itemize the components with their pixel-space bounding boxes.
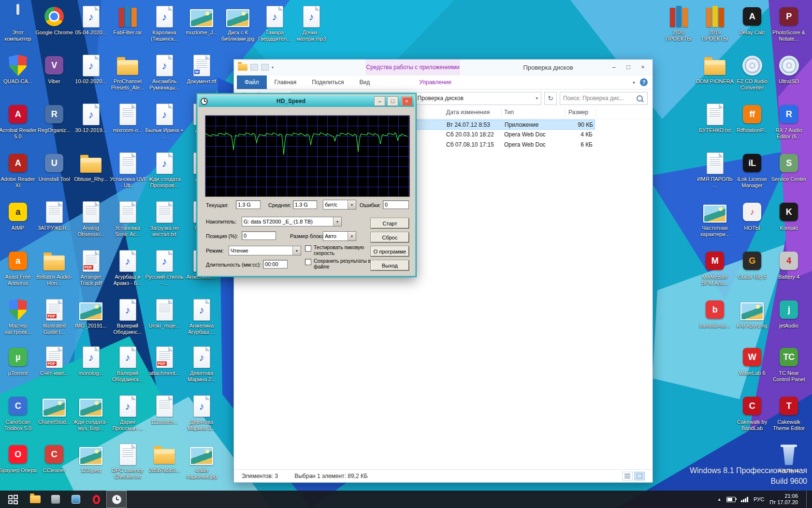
- desktop-icon[interactable]: iLiLok License Manager: [732, 151, 772, 189]
- desktop-icon[interactable]: PDFattachment...: [144, 345, 185, 376]
- desktop-icon[interactable]: ♪10-02-2020...: [71, 53, 111, 85]
- desktop-icon[interactable]: Obtuse_Rhy...: [71, 151, 111, 182]
- desktop-icon[interactable]: Жди солдата - муз. Бор...: [71, 394, 111, 432]
- desktop-icon[interactable]: mixroom-o...: [107, 102, 148, 134]
- desktop-icon[interactable]: TCTC Near Control Panel: [768, 345, 809, 383]
- unit-select[interactable]: бит/с▾: [323, 200, 356, 209]
- desktop-icon[interactable]: AAdobe Reader XI: [0, 151, 38, 189]
- desktop-icon[interactable]: FabFilter.rar: [107, 4, 148, 36]
- desktop-icon[interactable]: ♪Русский стилль - ...: [144, 249, 185, 286]
- desktop-icon[interactable]: DOM PIONERA: [695, 53, 735, 85]
- desktop-icon[interactable]: WWaveLab 6: [732, 345, 772, 376]
- desktop-icon[interactable]: EZ CD Audio Converter: [732, 53, 772, 91]
- desktop-icon[interactable]: ♪30-12-2019...: [71, 102, 111, 134]
- start-button[interactable]: [0, 491, 25, 508]
- desktop-icon[interactable]: GGuitar Rig 5: [732, 249, 772, 280]
- desktop-icon[interactable]: 2019 ПРОЕКТЫ: [695, 4, 735, 42]
- desktop-icon[interactable]: AAcrobat Reader 5.0: [0, 102, 38, 140]
- desktop-icon[interactable]: ♪Валерий Ободзинск...: [107, 345, 148, 383]
- desktop-icon[interactable]: Файл подкачки.jpg: [181, 442, 222, 480]
- save-results-checkbox[interactable]: Сохранить результаты в файле: [305, 258, 373, 269]
- maximize-button[interactable]: □: [387, 96, 398, 106]
- desktop-icon[interactable]: PDFСчёт-квит...: [34, 345, 74, 376]
- desktop-icon[interactable]: QUAD-CA...: [0, 53, 38, 85]
- desktop-icon[interactable]: ♪Валерий Ободзинс...: [107, 298, 148, 335]
- refresh-button[interactable]: ↻: [544, 92, 557, 105]
- desktop-icon[interactable]: ♪Ансамбль Румяницы...: [144, 53, 185, 91]
- desktop-icon[interactable]: Analog Obsessio...: [71, 200, 111, 238]
- desktop-icon[interactable]: 123.jpeg: [71, 442, 111, 474]
- ribbon-collapse-icon[interactable]: ▾: [633, 80, 635, 85]
- desktop-icon[interactable]: ИМЯ ПАРОЛЬ ...: [695, 151, 735, 189]
- tab-4[interactable]: Вид: [351, 75, 377, 89]
- show-desktop-button[interactable]: [806, 491, 810, 508]
- position-value[interactable]: 0: [242, 231, 276, 240]
- desktop-icon[interactable]: ♪Девятова Марина 2...: [181, 345, 222, 383]
- desktop-icon[interactable]: ♪Дария Проссман ...: [107, 394, 148, 432]
- taskbar-app-button-1[interactable]: [45, 491, 66, 508]
- desktop-icon[interactable]: ChanelStud...: [34, 394, 74, 425]
- desktop-icon[interactable]: DPC Latency Checker.txt: [107, 442, 148, 480]
- desktop-icon[interactable]: Диск с К библиами.jpg: [218, 4, 258, 42]
- desktop-icon[interactable]: Частотная характери...: [695, 200, 735, 238]
- search-input[interactable]: Поиск: Проверка дис...: [560, 92, 648, 105]
- desktop-icon[interactable]: WДокумент.rtf: [181, 53, 222, 85]
- desktop-icon[interactable]: 4Battery 4: [768, 249, 809, 280]
- desktop-icon[interactable]: CCakewalk by BandLab: [732, 394, 772, 432]
- current-value[interactable]: 1.3 G: [236, 200, 261, 209]
- desktop-icon[interactable]: ADelay Calc: [732, 4, 772, 36]
- reset-button[interactable]: Сброс: [371, 232, 409, 242]
- hdspeed-titlebar[interactable]: HD_Speed – □ ×: [199, 95, 414, 107]
- desktop-icon[interactable]: MMixMeister BPM Ana...: [695, 249, 735, 286]
- minimize-button[interactable]: –: [374, 96, 385, 106]
- close-button[interactable]: ×: [636, 61, 650, 72]
- desktop-icon[interactable]: Bellatrix Audio-Hori...: [34, 249, 74, 286]
- desktop-icon[interactable]: PDFArranger Track.pdf: [71, 249, 111, 286]
- address-dropdown-icon[interactable]: ▾: [536, 96, 538, 101]
- taskbar-explorer-button[interactable]: [25, 491, 45, 508]
- network-icon[interactable]: [741, 497, 748, 502]
- desktop-icon[interactable]: ♪Девятова Марина 3...: [181, 394, 222, 432]
- desktop-icon[interactable]: aAIMP: [0, 200, 38, 231]
- desktop-icon[interactable]: ♪monolog...: [71, 345, 111, 376]
- taskbar-app-button-2[interactable]: [66, 491, 86, 508]
- desktop-icon[interactable]: PDFIllustrated Guide t...: [34, 298, 74, 335]
- tab-2[interactable]: Главная: [267, 75, 304, 89]
- taskbar-opera-button[interactable]: [86, 491, 106, 508]
- desktop-icon[interactable]: 2d5b7a5c0...: [144, 442, 185, 474]
- taskbar-clock[interactable]: 21:06 Пт 17.07.20: [769, 493, 798, 506]
- breadcrumb-item[interactable]: Проверка дисков: [417, 95, 464, 102]
- desktop-icon[interactable]: Загрузка но инстал.txt: [144, 200, 185, 238]
- desktop-icon[interactable]: TCakewalk Theme Editor: [768, 394, 809, 432]
- maximize-button[interactable]: □: [622, 61, 635, 72]
- desktop-icon[interactable]: 2020 ПРОЕКТЫ: [658, 4, 699, 42]
- desktop-icon[interactable]: aAvast Free Antivirus: [0, 249, 38, 286]
- explorer-titlebar[interactable]: ▾ Средства работы с приложениями Проверк…: [234, 60, 652, 75]
- desktop-icon[interactable]: OБраузер Опера: [0, 442, 38, 474]
- desktop-icon[interactable]: ♪НОТЫ: [732, 200, 772, 231]
- drive-select[interactable]: G: data ST2000 _E_ (1.8 TB)▾: [242, 217, 342, 226]
- close-button[interactable]: ×: [401, 96, 412, 106]
- thumbnails-view-button[interactable]: [634, 472, 645, 480]
- tab-3[interactable]: Поделиться: [304, 75, 351, 89]
- battery-icon[interactable]: [726, 497, 736, 502]
- column-header-size[interactable]: Размер: [568, 109, 588, 116]
- desktop-icon[interactable]: muzlome_J...: [181, 4, 222, 36]
- qat-button-icon[interactable]: [261, 64, 269, 71]
- desktop-icon[interactable]: ЗАГРУЖЕН...: [34, 200, 74, 231]
- qat-button-icon[interactable]: [250, 64, 258, 71]
- desktop-icon[interactable]: RRX 7 Audio Editor (6...: [768, 102, 809, 140]
- desktop-icon[interactable]: ♪Анжелика Агурбаш ...: [181, 298, 222, 335]
- chevron-down-icon[interactable]: ▾: [272, 65, 274, 70]
- desktop-icon[interactable]: Установка UVI - Ult...: [107, 151, 148, 189]
- context-ribbon-header[interactable]: Средства работы с приложениями: [365, 60, 460, 75]
- desktop-icon[interactable]: ♪Тамара Гвердцител...: [254, 4, 295, 42]
- desktop-icon[interactable]: CCCleaner: [34, 442, 74, 474]
- start-button[interactable]: Старт: [371, 218, 409, 228]
- column-header-date[interactable]: Дата изменения: [446, 109, 490, 116]
- tab-5[interactable]: Управление: [411, 75, 459, 89]
- desktop-icon[interactable]: ♪Агурбаш и Арамэ - Б...: [107, 249, 148, 286]
- desktop-icon[interactable]: SService Center: [768, 151, 809, 182]
- mode-select[interactable]: Чтение▾: [229, 246, 301, 255]
- hidden-icons-chevron[interactable]: ▲: [717, 497, 721, 502]
